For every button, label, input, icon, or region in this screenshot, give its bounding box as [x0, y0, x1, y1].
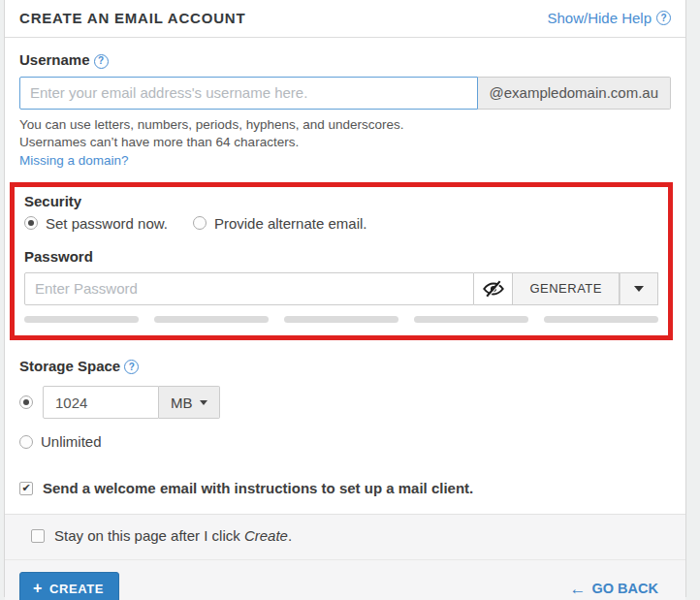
storage-quota-row: MB [19, 386, 671, 419]
strength-bar [414, 316, 528, 323]
password-input-group: GENERATE [24, 272, 658, 305]
arrow-left-icon: ← [570, 581, 587, 597]
storage-space-label: Storage Space? [19, 358, 671, 375]
create-email-account-panel: CREATE AN EMAIL ACCOUNT Show/Hide Help ?… [4, 0, 686, 597]
set-password-now-label: Set password now. [46, 215, 168, 232]
go-back-label: GO BACK [592, 581, 658, 596]
security-label: Security [24, 193, 658, 209]
username-help-icon[interactable]: ? [94, 54, 109, 69]
form-body: Username? @exampledomain.com.au You can … [5, 38, 685, 514]
storage-unit-dropdown[interactable]: MB [159, 386, 220, 419]
storage-help-icon[interactable]: ? [124, 360, 139, 374]
create-button[interactable]: + CREATE [19, 572, 119, 600]
password-input[interactable] [24, 272, 474, 305]
storage-quota-input[interactable] [43, 386, 159, 419]
password-strength-meter [24, 316, 658, 323]
strength-bar [154, 316, 269, 323]
chevron-down-icon [200, 400, 207, 405]
security-annotation-highlight: Security Set password now. Provide alter… [10, 182, 673, 340]
radio-unselected-icon [19, 435, 33, 449]
plus-icon: + [33, 581, 43, 596]
set-password-now-radio[interactable]: Set password now. [24, 215, 168, 232]
provide-alternate-email-radio[interactable]: Provide alternate email. [193, 215, 367, 232]
welcome-email-label: Send a welcome email with instructions t… [43, 480, 473, 496]
welcome-email-checkbox-option[interactable]: Send a welcome email with instructions t… [19, 480, 473, 496]
page-title: CREATE AN EMAIL ACCOUNT [19, 10, 245, 26]
storage-unit-value: MB [171, 395, 193, 411]
domain-suffix-addon: @exampledomain.com.au [478, 77, 671, 110]
username-input-group: @exampledomain.com.au [19, 77, 671, 110]
password-label: Password [24, 248, 658, 265]
username-label: Username? [19, 51, 671, 69]
create-button-label: CREATE [49, 582, 104, 596]
eye-slash-icon [483, 280, 504, 298]
username-hint-characters: You can use letters, numbers, periods, h… [19, 116, 671, 134]
security-radio-row: Set password now. Provide alternate emai… [24, 215, 658, 232]
strength-bar [284, 316, 398, 323]
generate-options-dropdown-button[interactable] [620, 272, 658, 305]
storage-unlimited-label: Unlimited [41, 433, 102, 450]
checkbox-unchecked-icon [31, 529, 45, 543]
stay-on-page-row: Stay on this page after I click Create. [5, 514, 685, 559]
strength-bar [544, 316, 658, 323]
provide-alternate-email-label: Provide alternate email. [214, 215, 367, 232]
stay-on-page-label: Stay on this page after I click Create. [54, 527, 292, 544]
radio-unselected-icon [193, 216, 207, 230]
strength-bar [24, 316, 139, 323]
panel-header: CREATE AN EMAIL ACCOUNT Show/Hide Help ? [5, 0, 685, 38]
chevron-down-icon [634, 286, 644, 292]
help-question-icon: ? [656, 11, 671, 25]
go-back-link[interactable]: ← GO BACK [570, 581, 658, 597]
generate-password-button[interactable]: GENERATE [513, 272, 620, 305]
show-hide-help-label: Show/Hide Help [547, 10, 652, 26]
stay-on-page-checkbox-option[interactable]: Stay on this page after I click Create. [31, 527, 292, 544]
radio-selected-icon [24, 216, 38, 230]
storage-unlimited-row: Unlimited [19, 433, 671, 452]
storage-quota-radio[interactable] [19, 395, 33, 409]
username-input[interactable] [19, 77, 478, 110]
toggle-password-visibility-button[interactable] [474, 272, 513, 305]
missing-domain-link[interactable]: Missing a domain? [19, 153, 129, 168]
storage-unlimited-radio[interactable]: Unlimited [19, 433, 102, 450]
panel-footer: + CREATE ← GO BACK [5, 559, 685, 600]
username-hint-length: Usernames can’t have more than 64 charac… [19, 134, 671, 151]
welcome-email-row: Send a welcome email with instructions t… [19, 478, 671, 514]
show-hide-help-link[interactable]: Show/Hide Help ? [547, 10, 671, 26]
username-hints: You can use letters, numbers, periods, h… [19, 116, 671, 151]
checkbox-checked-icon [19, 482, 33, 495]
